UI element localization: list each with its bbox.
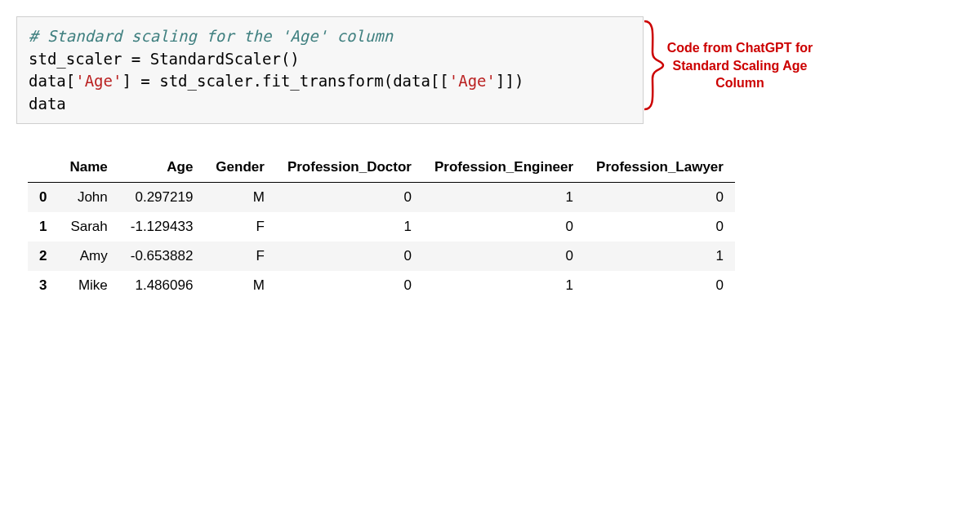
cell-name: John: [58, 183, 118, 213]
table-header-row: Name Age Gender Profession_Doctor Profes…: [28, 153, 735, 183]
col-name: Name: [58, 153, 118, 183]
col-gender: Gender: [204, 153, 276, 183]
col-profession-lawyer: Profession_Lawyer: [585, 153, 735, 183]
code-line-3d: =: [140, 72, 149, 90]
cell-pe: 0: [423, 241, 585, 271]
col-age: Age: [119, 153, 205, 183]
code-line-3a: data[: [29, 72, 75, 90]
table-row: 2 Amy -0.653882 F 0 0 1: [28, 241, 735, 271]
cell-pl: 0: [585, 271, 735, 300]
col-index: [28, 153, 58, 183]
annotation-right: Code from ChatGPT for Standard Scaling A…: [640, 20, 828, 111]
cell-age: -1.129433: [119, 212, 205, 241]
code-cell: # Standard scaling for the 'Age' column …: [16, 16, 644, 124]
cell-gender: M: [204, 271, 276, 300]
cell-gender: M: [204, 183, 276, 213]
col-profession-engineer: Profession_Engineer: [423, 153, 585, 183]
code-line-2a: std_scaler: [29, 50, 131, 68]
table-row: 1 Sarah -1.129433 F 1 0 0: [28, 212, 735, 241]
code-line-3g: ]]): [496, 72, 523, 90]
cell-gender: F: [204, 241, 276, 271]
cell-pe: 1: [423, 183, 585, 213]
cell-gender: F: [204, 212, 276, 241]
cell-index: 0: [28, 183, 58, 213]
table-row: 0 John 0.297219 M 0 1 0: [28, 183, 735, 213]
cell-name: Sarah: [58, 212, 118, 241]
cell-name: Amy: [58, 241, 118, 271]
cell-age: -0.653882: [119, 241, 205, 271]
table-head: Name Age Gender Profession_Doctor Profes…: [28, 153, 735, 183]
output-wrapper: Name Age Gender Profession_Doctor Profes…: [28, 153, 964, 300]
cell-index: 3: [28, 271, 58, 300]
annotation-right-label: Code from ChatGPT for Standard Scaling A…: [666, 39, 813, 92]
cell-pe: 1: [423, 271, 585, 300]
code-comment: # Standard scaling for the 'Age' column: [29, 27, 393, 45]
cell-pl: 0: [585, 183, 735, 213]
cell-pd: 1: [276, 212, 423, 241]
output-table: Name Age Gender Profession_Doctor Profes…: [28, 153, 735, 300]
cell-index: 1: [28, 212, 58, 241]
code-line-2c: StandardScaler(): [140, 50, 299, 68]
col-profession-doctor: Profession_Doctor: [276, 153, 423, 183]
brace-right-icon: [640, 20, 665, 111]
cell-pd: 0: [276, 183, 423, 213]
cell-pl: 0: [585, 212, 735, 241]
code-line-4: data: [29, 95, 66, 113]
table-row: 3 Mike 1.486096 M 0 1 0: [28, 271, 735, 300]
cell-name: Mike: [58, 271, 118, 300]
code-line-3f: 'Age': [449, 72, 496, 90]
cell-age: 1.486096: [119, 271, 205, 300]
cell-pd: 0: [276, 241, 423, 271]
table-body: 0 John 0.297219 M 0 1 0 1 Sarah -1.12943…: [28, 183, 735, 301]
code-line-2b: =: [131, 50, 140, 68]
code-block-wrapper: # Standard scaling for the 'Age' column …: [16, 16, 644, 124]
cell-age: 0.297219: [119, 183, 205, 213]
cell-index: 2: [28, 241, 58, 271]
cell-pl: 1: [585, 241, 735, 271]
code-line-3b: 'Age': [75, 72, 122, 90]
cell-pe: 0: [423, 212, 585, 241]
cell-pd: 0: [276, 271, 423, 300]
code-line-3e: std_scaler.fit_transform(data[[: [150, 72, 449, 90]
code-line-3c: ]: [122, 72, 140, 90]
